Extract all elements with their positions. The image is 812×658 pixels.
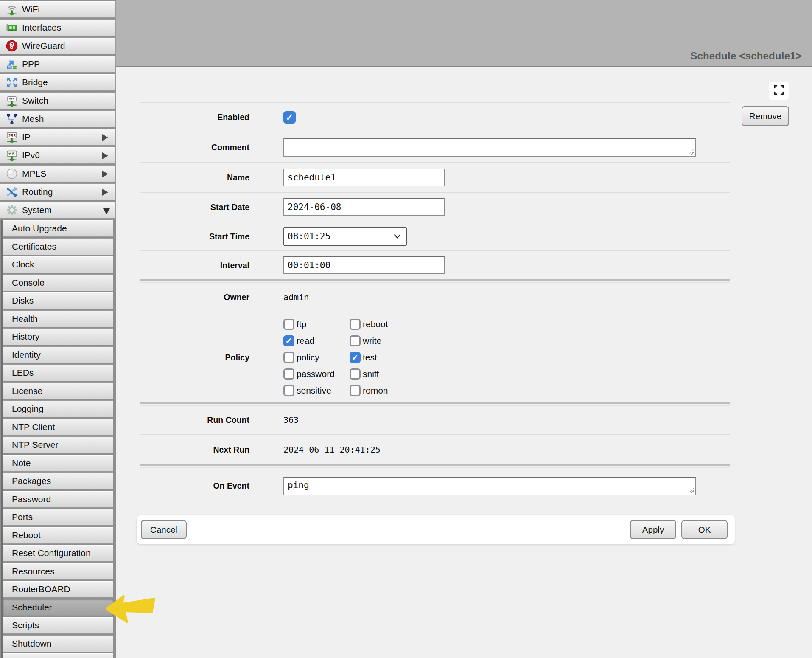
bridge-icon [5, 76, 19, 89]
expand-right-icon [102, 189, 108, 196]
top-header-bar: Schedule <schedule1> [0, 0, 812, 67]
sidebar-item-partial[interactable] [3, 653, 113, 658]
start-time-select[interactable]: 08:01:25 [283, 227, 407, 246]
sidebar-item-ntp-server[interactable]: NTP Server [3, 436, 113, 453]
sidebar-item-scripts[interactable]: Scripts [3, 617, 113, 634]
enabled-checkbox[interactable] [283, 111, 296, 124]
policy-checkbox-ftp[interactable] [283, 319, 294, 330]
interval-input[interactable] [283, 256, 445, 274]
sidebar-item-logging[interactable]: Logging [3, 400, 113, 417]
sidebar: WiFi Interfaces WireGuard [0, 0, 116, 658]
policy-checkbox-test[interactable] [350, 352, 361, 363]
sidebar-item-ppp[interactable]: PPP [0, 56, 116, 73]
sidebar-item-mpls[interactable]: MPLS [0, 165, 116, 182]
expand-right-icon [102, 152, 108, 159]
sidebar-item-routing[interactable]: Routing [0, 183, 116, 200]
wireguard-icon [5, 39, 19, 53]
action-panel: Cancel Apply OK [137, 515, 735, 544]
collapse-down-icon [103, 208, 110, 214]
sidebar-item-console[interactable]: Console [3, 274, 113, 291]
interval-label: Interval [140, 261, 249, 270]
sidebar-item-ipv6[interactable]: 6 IPv6 [0, 147, 116, 164]
policy-row: Policy ftp reboot read write policy [140, 312, 730, 402]
section-separator [140, 402, 730, 406]
policy-checkbox-reboot[interactable] [350, 319, 361, 330]
svg-text:255: 255 [8, 133, 16, 138]
sidebar-item-bridge[interactable]: Bridge [0, 74, 116, 91]
on-event-label: On Event [140, 481, 249, 491]
mesh-icon [5, 112, 19, 126]
policy-checkbox-sniff[interactable] [350, 368, 361, 380]
sidebar-item-certificates[interactable]: Certificates [3, 238, 113, 255]
name-input[interactable] [283, 169, 445, 186]
sidebar-item-disks[interactable]: Disks [3, 292, 113, 309]
sidebar-item-note[interactable]: Note [3, 455, 113, 472]
policy-checkbox-write[interactable] [350, 335, 361, 346]
sidebar-item-identity[interactable]: Identity [3, 346, 113, 363]
comment-row: Comment [140, 132, 730, 162]
sidebar-item-reboot[interactable]: Reboot [3, 527, 113, 544]
policy-checkbox-sensitive[interactable] [283, 385, 294, 396]
sidebar-item-wifi[interactable]: WiFi [0, 1, 116, 18]
name-label: Name [140, 173, 249, 183]
apply-button[interactable]: Apply [630, 520, 676, 539]
sidebar-item-reset-configuration[interactable]: Reset Configuration [3, 545, 113, 562]
sidebar-item-routerboard[interactable]: RouterBOARD [3, 581, 113, 598]
policy-option-label: romon [363, 385, 388, 396]
sidebar-item-password[interactable]: Password [3, 491, 113, 508]
ip-icon: 255 [5, 130, 19, 144]
sidebar-item-license[interactable]: License [3, 382, 113, 399]
sidebar-item-ip[interactable]: 255 IP [0, 129, 116, 146]
enabled-label: Enabled [140, 112, 249, 122]
run-count-row: Run Count 363 [140, 406, 730, 434]
policy-option-label: sensitive [297, 385, 331, 396]
ok-button[interactable]: OK [681, 520, 728, 539]
sidebar-item-ntp-client[interactable]: NTP Client [3, 419, 113, 436]
mpls-icon [5, 167, 19, 180]
sidebar-item-auto-upgrade[interactable]: Auto Upgrade [3, 220, 113, 237]
sidebar-item-leds[interactable]: LEDs [3, 364, 113, 381]
interfaces-icon [5, 21, 19, 34]
policy-checkbox-password[interactable] [283, 368, 294, 380]
start-date-input[interactable] [283, 198, 445, 216]
sidebar-item-ports[interactable]: Ports [3, 509, 113, 526]
enabled-row: Enabled [140, 103, 730, 132]
policy-checkbox-romon[interactable] [350, 385, 361, 396]
wifi-icon [5, 3, 19, 16]
routing-icon [5, 185, 19, 199]
ipv6-icon: 6 [5, 149, 19, 162]
sidebar-item-scheduler[interactable]: Scheduler [3, 599, 113, 616]
comment-input[interactable] [283, 138, 696, 157]
ppp-icon [5, 57, 19, 71]
sidebar-item-resources[interactable]: Resources [3, 563, 113, 580]
gear-icon [5, 203, 19, 217]
on-event-input[interactable]: ping [283, 477, 696, 495]
sidebar-item-clock[interactable]: Clock [3, 256, 113, 273]
expand-right-icon [102, 134, 108, 141]
policy-checkbox-read[interactable] [283, 335, 294, 346]
sidebar-item-packages[interactable]: Packages [3, 472, 113, 489]
start-time-label: Start Time [140, 232, 249, 242]
cancel-button[interactable]: Cancel [141, 520, 187, 539]
sidebar-item-switch[interactable]: Switch [0, 92, 116, 109]
policy-options: ftp reboot read write policy test [283, 319, 388, 396]
interval-row: Interval [140, 251, 730, 279]
policy-option-label: ftp [297, 319, 306, 329]
svg-text:6: 6 [12, 152, 15, 156]
sidebar-item-system[interactable]: System [0, 202, 116, 219]
sidebar-item-health[interactable]: Health [3, 310, 113, 327]
fullscreen-button[interactable] [769, 82, 789, 100]
switch-icon [5, 94, 19, 107]
sidebar-item-mesh[interactable]: Mesh [0, 110, 116, 127]
comment-label: Comment [140, 143, 249, 152]
sidebar-item-wireguard[interactable]: WireGuard [0, 37, 116, 54]
next-run-row: Next Run 2024-06-11 20:41:25 [140, 435, 730, 464]
sidebar-item-history[interactable]: History [3, 328, 113, 345]
sidebar-item-shutdown[interactable]: Shutdown [3, 635, 113, 652]
sidebar-item-interfaces[interactable]: Interfaces [0, 19, 116, 36]
policy-checkbox-policy[interactable] [283, 352, 294, 363]
next-run-value: 2024-06-11 20:41:25 [283, 444, 381, 455]
system-submenu: Auto Upgrade Certificates Clock Console … [1, 220, 116, 658]
remove-button[interactable]: Remove [742, 106, 789, 126]
policy-option-label: sniff [363, 369, 379, 379]
